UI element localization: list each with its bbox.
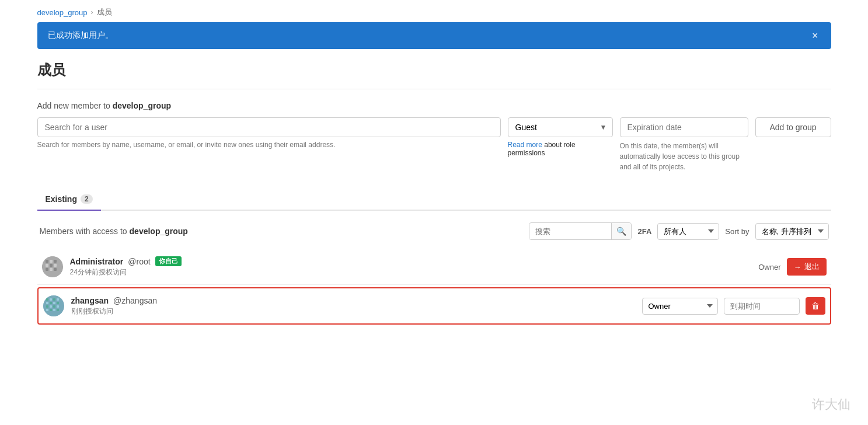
members-controls: 🔍 2FA 所有人 2FA 已启用 2FA 已禁用 Sort by 名称, 升序… — [529, 222, 828, 240]
leave-button-admin[interactable]: → 退出 — [787, 258, 827, 276]
svg-rect-11 — [46, 298, 48, 301]
member-actions-zhangsan: Owner Maintainer Developer Reporter Gues… — [642, 297, 825, 315]
member-name-admin: Administrator @root 你自己 — [70, 256, 759, 266]
svg-rect-1 — [46, 260, 48, 263]
svg-rect-22 — [57, 305, 59, 308]
avatar-admin — [42, 256, 63, 277]
member-display-name-admin: Administrator — [70, 257, 124, 266]
member-you-badge-admin: 你自己 — [155, 256, 182, 266]
alert-banner: 已成功添加用户。 × — [37, 22, 831, 49]
add-to-group-button[interactable]: Add to group — [755, 117, 831, 137]
tabs-bar: Existing 2 — [37, 189, 831, 211]
svg-rect-13 — [53, 298, 55, 301]
svg-rect-5 — [50, 264, 53, 267]
member-time-zhangsan: 刚刚授权访问 — [71, 306, 642, 316]
svg-rect-9 — [54, 268, 57, 271]
svg-rect-25 — [53, 309, 55, 311]
members-search-input[interactable] — [529, 224, 611, 239]
expiry-date-input[interactable] — [620, 117, 748, 137]
sort-select-wrap: 名称, 升序排列 名称, 降序排列 最新加入 最早加入 — [755, 223, 829, 240]
svg-rect-7 — [46, 268, 48, 271]
search-user-input[interactable] — [37, 117, 501, 137]
role-column: Guest Reporter Developer Maintainer Owne… — [508, 117, 613, 157]
expiry-hint: On this date, the member(s) will automat… — [620, 141, 748, 172]
members-title: Members with access to develop_group — [40, 227, 188, 236]
breadcrumb-group-link[interactable]: develop_group — [37, 8, 88, 17]
expiry-input-zhangsan[interactable] — [724, 298, 800, 315]
add-member-row: Search for members by name, username, or… — [37, 117, 831, 172]
delete-button-zhangsan[interactable]: 🗑 — [806, 297, 825, 315]
filter-select[interactable]: 所有人 2FA 已启用 2FA 已禁用 — [657, 223, 719, 240]
role-select-wrap-zhangsan: Owner Maintainer Developer Reporter Gues… — [642, 298, 718, 315]
tab-existing[interactable]: Existing 2 — [37, 189, 101, 211]
svg-rect-2 — [50, 260, 53, 263]
title-divider — [37, 89, 831, 89]
svg-rect-12 — [50, 298, 52, 301]
role-select-zhangsan[interactable]: Owner Maintainer Developer Reporter Gues… — [642, 298, 718, 315]
breadcrumb-current: 成员 — [97, 7, 112, 18]
svg-rect-16 — [50, 302, 52, 304]
add-button-column: Add to group — [755, 117, 831, 137]
breadcrumb-separator: › — [91, 8, 93, 16]
svg-rect-23 — [46, 309, 48, 311]
svg-rect-14 — [57, 298, 59, 301]
member-name-zhangsan: zhangsan @zhangsan — [71, 296, 642, 305]
member-info-admin: Administrator @root 你自己 24分钟前授权访问 — [70, 256, 759, 277]
svg-rect-24 — [50, 309, 52, 311]
svg-rect-21 — [53, 305, 55, 308]
read-more-link[interactable]: Read more — [508, 141, 542, 149]
add-member-section: Add new member to develop_group Search f… — [37, 101, 831, 172]
svg-rect-3 — [54, 260, 57, 263]
svg-rect-17 — [53, 302, 55, 304]
member-row-zhangsan: zhangsan @zhangsan 刚刚授权访问 Owner Maintain… — [37, 287, 831, 325]
member-username-zhangsan: @zhangsan — [113, 296, 157, 305]
member-role-admin: Owner — [758, 263, 780, 271]
search-icon: 🔍 — [611, 223, 631, 239]
sort-select[interactable]: 名称, 升序排列 名称, 降序排列 最新加入 最早加入 — [755, 223, 829, 240]
search-column: Search for members by name, username, or… — [37, 117, 501, 149]
breadcrumb: develop_group › 成员 — [37, 0, 831, 22]
tab-existing-label: Existing — [46, 194, 77, 204]
member-actions-admin: Owner → 退出 — [758, 258, 826, 276]
svg-rect-18 — [57, 302, 59, 304]
search-hint: Search for members by name, username, or… — [37, 141, 501, 149]
twofa-label: 2FA — [637, 227, 651, 236]
add-member-label: Add new member to develop_group — [37, 101, 831, 110]
sort-label: Sort by — [725, 227, 749, 236]
member-username-admin: @root — [128, 257, 150, 266]
svg-rect-0 — [42, 256, 63, 277]
role-select[interactable]: Guest Reporter Developer Maintainer Owne… — [508, 117, 613, 137]
members-search-box: 🔍 — [529, 222, 632, 240]
alert-message: 已成功添加用户。 — [48, 30, 113, 41]
svg-rect-15 — [46, 302, 48, 304]
svg-rect-8 — [50, 268, 53, 271]
member-display-name-zhangsan: zhangsan — [71, 296, 109, 305]
svg-rect-4 — [46, 264, 48, 267]
svg-rect-19 — [46, 305, 48, 308]
trash-icon: 🗑 — [811, 301, 820, 311]
role-read-more: Read more about role permissions — [508, 141, 613, 157]
leave-icon: → — [794, 263, 801, 271]
role-select-wrap: Guest Reporter Developer Maintainer Owne… — [508, 117, 613, 137]
alert-close-button[interactable]: × — [810, 30, 821, 41]
svg-rect-20 — [50, 305, 52, 308]
expiry-column: On this date, the member(s) will automat… — [620, 117, 748, 172]
tab-existing-badge: 2 — [81, 194, 93, 204]
member-time-admin: 24分钟前授权访问 — [70, 267, 759, 277]
page-title: 成员 — [37, 61, 831, 79]
svg-rect-6 — [54, 264, 57, 267]
member-info-zhangsan: zhangsan @zhangsan 刚刚授权访问 — [71, 296, 642, 316]
member-row-admin: Administrator @root 你自己 24分钟前授权访问 Owner … — [37, 249, 831, 285]
svg-rect-26 — [57, 309, 59, 311]
members-header: Members with access to develop_group 🔍 2… — [37, 222, 831, 240]
avatar-zhangsan — [43, 295, 64, 316]
filter-select-wrap: 所有人 2FA 已启用 2FA 已禁用 — [657, 223, 719, 240]
